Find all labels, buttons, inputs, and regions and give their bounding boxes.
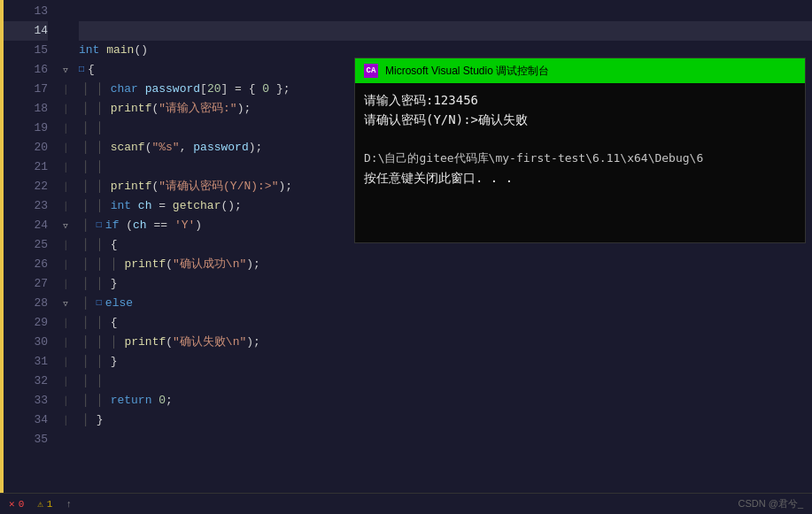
code-line-29: │ │ { [79,313,812,333]
line-num-26: 26 [4,255,48,274]
csdn-watermark: CSDN @君兮_ [738,497,803,510]
str-success: "确认成功\n" [173,255,246,274]
str-confirm: "请确认密码(Y/N):>" [159,177,278,196]
status-errors: ✕ 0 [9,498,24,510]
var-ch: ch [138,196,152,216]
code-line-35 [79,430,812,449]
indent-guide-17: │ [82,80,89,99]
keyword-int-ch: int [111,196,131,216]
status-upload: ↑ [66,499,72,510]
line-num-33: 33 [4,391,48,410]
gutter-31: │ [57,352,74,372]
line-num-14: 14 [4,21,48,41]
gutter-29: │ [57,313,74,333]
func-printf-22: printf [111,177,152,196]
func-main: main [106,41,134,60]
gutter-19: │ [57,119,74,138]
gutter-27: │ [57,274,74,294]
str-format: "%s" [151,138,179,157]
line-num-21: 21 [4,157,48,177]
console-line-5: 按任意键关闭此窗口. . . [364,168,796,188]
line-num-34: 34 [4,410,48,430]
gutter-20: │ [57,138,74,157]
line-num-18: 18 [4,99,48,119]
console-title: Microsoft Visual Studio 调试控制台 [385,64,549,79]
var-ch-ref: ch [133,216,147,235]
line-num-16: 16 [4,60,48,80]
line-num-15: 15 [4,41,48,60]
line-num-32: 32 [4,372,48,391]
line-num-30: 30 [4,333,48,352]
func-scanf: scanf [111,138,145,157]
collapse-icon-28[interactable]: □ [97,294,102,313]
code-line-26: │ │ │ printf ( "确认成功\n" ); [79,255,812,274]
num-0: 0 [262,80,269,99]
code-line-14 [79,21,812,41]
line-num-28: 28 [4,294,48,313]
gutter-17: │ [57,80,74,99]
line-num-19: 19 [4,119,48,138]
code-line-32: │ │ [79,372,812,391]
keyword-return: return [111,391,152,410]
gutter-32: │ [57,372,74,391]
line-num-20: 20 [4,138,48,157]
line-numbers: 13 14 15 16 17 18 19 20 21 22 23 24 25 2… [4,0,57,514]
line-num-27: 27 [4,274,48,294]
code-line-30: │ │ │ printf ( "确认失败\n" ); [79,333,812,352]
collapse-icon-24[interactable]: □ [97,216,102,235]
line-num-35: 35 [4,430,48,449]
gutter-25: │ [57,235,74,255]
code-line-31: │ │ } [79,352,812,372]
console-window: CA Microsoft Visual Studio 调试控制台 请输入密码:1… [354,58,806,243]
console-body: 请输入密码:123456 请确认密码(Y/N):>确认失败 D:\自己的gite… [355,83,805,195]
space [99,41,106,60]
gutter-33: │ [57,391,74,410]
gutter-14 [57,21,74,41]
gutter-22: │ [57,177,74,196]
keyword-int: int [79,41,99,60]
code-line-28: │ □ else [79,294,812,313]
gutter-18: │ [57,99,74,119]
code-line-34: │ } [79,410,812,430]
console-line-2: 请确认密码(Y/N):>确认失败 [364,110,796,129]
console-line-4: D:\自己的gitee代码库\my-first-test\6.11\x64\De… [364,149,796,168]
str-Y: 'Y' [174,216,195,235]
status-bar: ✕ 0 ⚠ 1 ↑ [0,493,812,514]
collapse-icon-16[interactable]: □ [79,60,84,80]
punc-parens: () [134,41,148,60]
error-icon: ✕ [9,498,15,510]
gutter-15 [57,41,74,60]
code-editor: 13 14 15 16 17 18 19 20 21 22 23 24 25 2… [0,0,812,514]
line-num-23: 23 [4,196,48,216]
code-line-27: │ │ } [79,274,812,294]
line-num-22: 22 [4,177,48,196]
line-num-17: 17 [4,80,48,99]
var-password: password [145,80,200,99]
code-line-13 [79,2,812,21]
line-num-29: 29 [4,313,48,333]
vs-icon: CA [364,64,378,78]
gutter-35 [57,430,74,449]
keyword-char: char [111,80,138,99]
num-return-0: 0 [159,391,166,410]
gutter-16: ▽ [57,60,74,80]
line-num-13: 13 [4,2,48,21]
warning-icon: ⚠ [37,498,43,510]
str-prompt: "请输入密码:" [159,99,236,119]
num-20: 20 [207,80,221,99]
brace-open-16: { [88,60,95,80]
keyword-if: if [105,216,120,235]
gutter-13 [57,2,74,21]
gutter-28: ▽ [57,294,74,313]
status-warnings: ⚠ 1 [37,498,52,510]
line-num-25: 25 [4,235,48,255]
code-line-33: │ │ return 0 ; [79,391,812,410]
func-getchar: getchar [173,196,221,216]
func-printf-26: printf [124,255,166,274]
collapse-gutter: ▽ │ │ │ │ │ │ │ ▽ │ │ │ ▽ │ │ │ │ │ │ [57,0,74,514]
console-line-1: 请输入密码:123456 [364,90,796,110]
upload-icon: ↑ [66,499,72,510]
func-printf-30: printf [124,333,166,352]
console-line-3 [364,129,796,149]
indent-guide-17b: │ [97,80,104,99]
